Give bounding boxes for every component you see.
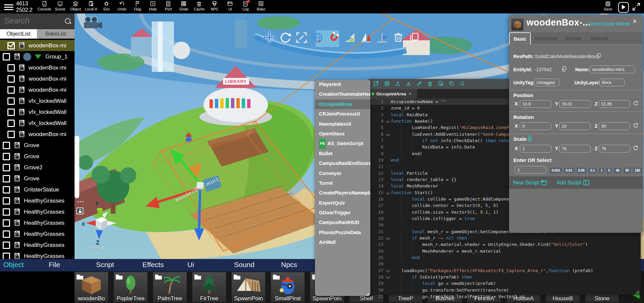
play-button[interactable]	[618, 2, 629, 13]
editor-save-icon[interactable]	[384, 81, 390, 88]
topbar-item-bake[interactable]: Bake	[255, 1, 267, 11]
scale-y-field[interactable]	[559, 145, 591, 153]
lock-icon[interactable]	[19, 109, 25, 115]
reset-rotation-icon[interactable]	[633, 123, 639, 128]
object-row-grove-9[interactable]: Grove	[0, 140, 75, 151]
position-z-field[interactable]	[599, 100, 630, 108]
lock-icon[interactable]	[14, 231, 20, 237]
asset-tile-palmtree-3[interactable]: PalmTree	[153, 272, 187, 302]
step-chip-0-05[interactable]: 0.05	[577, 168, 586, 173]
object-row-vfx-lockedwall-5[interactable]: vfx_lockedWall	[0, 95, 75, 106]
script-item-airwall[interactable]: AirWall	[315, 237, 370, 247]
script-item-playerinit[interactable]: PlayerInit	[315, 80, 370, 89]
object-row-group-1-1[interactable]: Group_1	[0, 51, 75, 62]
lock-icon[interactable]	[14, 209, 20, 215]
scale-unlock-icon[interactable]	[527, 135, 533, 141]
object-row-woodenbox-mi-2[interactable]: woodenBox-mi	[0, 62, 75, 73]
object-row-healthygrasses-14[interactable]: HealthyGrasses	[0, 195, 75, 206]
object-row-woodenbox-mi-3[interactable]: woodenBox-mi	[0, 73, 75, 84]
step-chip-45[interactable]: 45	[614, 168, 621, 173]
tab-advanced[interactable]: Advanced	[536, 32, 556, 44]
unitylayer-field[interactable]	[599, 79, 625, 86]
lock-icon[interactable]	[19, 131, 25, 137]
lock-icon[interactable]	[19, 120, 25, 126]
search-input[interactable]	[3, 16, 58, 26]
code-line-31[interactable]: 31go.transform.localPosition = Vector3.u…	[369, 293, 641, 300]
code-line-30[interactable]: 30go.transform:SetParent(transform)	[369, 287, 641, 293]
object-row-vfx-lockedwall-6[interactable]: vfx_lockedWall	[0, 106, 75, 118]
script-item-occupiedarea[interactable]: OccupiedArea	[315, 99, 370, 109]
step-chip-90[interactable]: 90	[624, 168, 631, 173]
code-line-22[interactable]: 22if mesh_r ~= nil then	[369, 235, 641, 241]
topbar-item-ui[interactable]: UI	[224, 1, 236, 11]
code-line-29[interactable]: 29local go = newObject(prefab)	[369, 280, 641, 287]
vtool-scale-icon[interactable]	[295, 31, 308, 44]
fold-chevron-icon[interactable]	[385, 235, 391, 241]
topbar-item-help[interactable]: ?Help	[146, 1, 159, 11]
code-line-27[interactable]: 27loadAsync("Packages/Effect/VFXAssets/F…	[369, 267, 641, 274]
center-button[interactable]: Center	[588, 21, 602, 27]
camera-icon[interactable]	[83, 15, 103, 30]
rotation-y-field[interactable]	[559, 122, 591, 130]
visibility-checkbox[interactable]	[3, 153, 10, 160]
lock-icon[interactable]	[14, 142, 20, 148]
editor-compose-icon[interactable]	[373, 81, 379, 88]
script-item-crjoinprocessui[interactable]: CRJoinProcessUI	[315, 109, 370, 119]
tab-engine[interactable]: Engine	[565, 32, 581, 44]
perspective-toggle[interactable]: ‹ Persp	[87, 245, 105, 251]
tab-bakelist[interactable]: BakeList	[37, 29, 75, 39]
topbar-item-perf[interactable]: Perf	[162, 1, 175, 11]
object-row-healthygrasses-18[interactable]: HealthyGrasses	[0, 240, 75, 251]
code-line-23[interactable]: 23mesh_r.material.shader = UnityEngine.S…	[369, 241, 641, 248]
new-script-button[interactable]: New Script	[513, 180, 547, 186]
viewport-more-button[interactable]: ...	[77, 197, 84, 204]
name-field[interactable]	[590, 66, 635, 73]
folder-icon[interactable]	[194, 274, 201, 280]
menu-object[interactable]: Object	[3, 261, 24, 269]
scale-x-field[interactable]	[520, 145, 551, 153]
script-item-nameplatesui[interactable]: NameplatesUI	[315, 119, 370, 129]
visibility-checkbox[interactable]	[3, 164, 10, 171]
script-item-as-swimscript[interactable]: PBAS_SwimScript	[315, 139, 370, 148]
reset-scale-icon[interactable]	[633, 145, 639, 151]
visibility-checkbox[interactable]	[7, 86, 15, 94]
script-item-esportquiz[interactable]: EsportQuiz	[315, 198, 370, 208]
delete-button[interactable]: Delete	[616, 21, 630, 27]
script-item-bullet[interactable]: Bullet	[315, 149, 370, 159]
script-item-gdoortrigger[interactable]: GDoorTrigger	[315, 208, 370, 218]
folder-icon[interactable]	[155, 274, 162, 280]
code-line-25[interactable]: 25end	[369, 254, 641, 261]
save-button[interactable]: Save	[604, 1, 612, 11]
object-row-healthygrasses-15[interactable]: HealthyGrasses	[0, 206, 75, 217]
folder-icon[interactable]	[233, 274, 241, 280]
editor-file-history-icon[interactable]	[438, 81, 444, 88]
editor-copy-icon[interactable]	[449, 81, 454, 88]
vtool-duplicate-icon[interactable]	[408, 31, 421, 44]
step-chip-1[interactable]: 1	[599, 168, 604, 173]
lock-icon[interactable]	[14, 153, 20, 160]
code-line-24[interactable]: 24MeshRenderer = mesh_r.material	[369, 248, 641, 254]
vtool-flip-h-icon[interactable]	[343, 31, 357, 44]
step-chip-0-01[interactable]: 0.01	[564, 168, 574, 173]
vtool-flip-v-icon[interactable]	[359, 31, 373, 44]
editor-download-icon[interactable]	[406, 81, 411, 88]
fold-chevron-icon[interactable]	[385, 118, 391, 124]
object-row-grove-12[interactable]: Grove	[0, 173, 75, 184]
vtool-magnet-icon[interactable]	[327, 31, 340, 44]
folder-icon[interactable]	[76, 274, 84, 280]
visibility-checkbox[interactable]	[7, 75, 15, 83]
tab-material[interactable]: Material	[591, 32, 608, 44]
lock-icon[interactable]	[14, 242, 20, 248]
fold-chevron-icon[interactable]	[385, 189, 391, 196]
visibility-checkbox[interactable]	[7, 42, 15, 49]
vtool-rotate-icon[interactable]	[279, 31, 292, 44]
visibility-checkbox[interactable]	[3, 230, 10, 238]
topbar-item-npc[interactable]: NPC	[208, 1, 221, 11]
vtool-globe-icon[interactable]	[311, 31, 324, 44]
script-item-campusraidendscoreui[interactable]: CampusRaidEndScoreUI	[315, 159, 370, 168]
tab-objectlist[interactable]: ObjectList	[0, 29, 37, 39]
object-row-woodenbox-mi-4[interactable]: woodenBox-mi	[0, 84, 75, 95]
script-item-openglass[interactable]: OpenGlass	[315, 129, 370, 139]
visibility-checkbox[interactable]	[3, 53, 10, 60]
visibility-checkbox[interactable]	[7, 131, 15, 138]
